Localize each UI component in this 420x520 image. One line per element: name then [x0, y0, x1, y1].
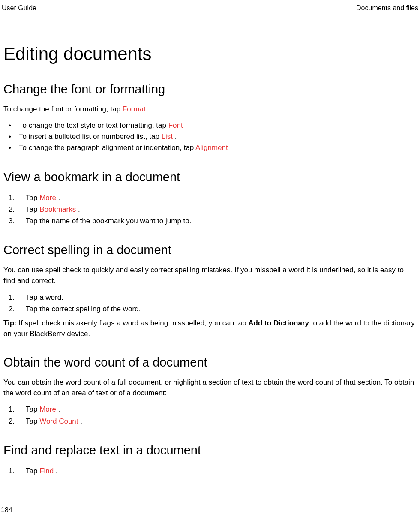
item-text-after: .	[78, 417, 82, 425]
intro-text-before: To change the font or formatting, tap	[3, 105, 123, 113]
tip-paragraph: Tip: If spell check mistakenly flags a w…	[3, 318, 417, 339]
section-heading-find-replace: Find and replace text in a document	[3, 443, 417, 457]
list-item: To insert a bulleted list or numbered li…	[7, 131, 417, 142]
item-text-before: Tap	[26, 405, 39, 413]
list-item: Tap the name of the bookmark you want to…	[9, 215, 417, 227]
numbered-list-word-count: Tap More . Tap Word Count .	[3, 403, 417, 427]
numbered-list-find-replace: Tap Find .	[3, 465, 417, 477]
list-item: To change the paragraph alignment or ind…	[7, 142, 417, 153]
item-text-after: .	[228, 144, 232, 152]
section-heading-change-font: Change the font or formatting	[3, 82, 417, 96]
numbered-list-correct-spelling: Tap a word. Tap the correct spelling of …	[3, 292, 417, 315]
list-item: Tap a word.	[9, 292, 417, 303]
list-item: Tap More .	[9, 403, 417, 415]
word-count-link[interactable]: Word Count	[39, 417, 78, 425]
more-link[interactable]: More	[39, 194, 56, 202]
intro-change-font: To change the font or formatting, tap Fo…	[3, 104, 417, 115]
tip-text-before: If spell check mistakenly flags a word a…	[19, 319, 249, 327]
item-text-after: .	[54, 467, 57, 475]
item-text-after: .	[56, 405, 60, 413]
section-heading-view-bookmark: View a bookmark in a document	[3, 170, 417, 184]
item-text-before: Tap	[26, 205, 39, 213]
tip-label: Tip:	[3, 319, 19, 327]
section-heading-correct-spelling: Correct spelling in a document	[3, 243, 417, 257]
item-text-before: Tap	[26, 194, 39, 202]
font-link[interactable]: Font	[168, 121, 183, 129]
list-link[interactable]: List	[162, 132, 173, 141]
page-header: User Guide Documents and files	[0, 0, 420, 12]
header-left: User Guide	[2, 4, 36, 12]
item-text: Tap the name of the bookmark you want to…	[26, 217, 192, 225]
page-number: 184	[1, 506, 12, 514]
bookmarks-link[interactable]: Bookmarks	[39, 205, 76, 213]
page-content: Editing documents Change the font or for…	[0, 44, 420, 477]
section-heading-word-count: Obtain the word count of a document	[3, 355, 417, 370]
intro-word-count: You can obtain the word count of a full …	[3, 377, 417, 398]
list-item: To change the text style or text formatt…	[7, 120, 417, 131]
intro-text-after: .	[146, 105, 150, 113]
item-text-before: To change the text style or text formatt…	[19, 121, 168, 129]
item-text-after: .	[183, 121, 187, 129]
item-text-before: Tap	[26, 417, 39, 425]
item-text-before: To insert a bulleted list or numbered li…	[19, 132, 162, 141]
bullet-list-change-font: To change the text style or text formatt…	[3, 120, 417, 154]
list-item: Tap the correct spelling of the word.	[9, 303, 417, 315]
header-right: Documents and files	[356, 4, 418, 12]
page-title: Editing documents	[3, 44, 417, 64]
intro-correct-spelling: You can use spell check to quickly and e…	[3, 265, 417, 286]
find-link[interactable]: Find	[39, 467, 54, 475]
list-item: Tap Bookmarks .	[9, 204, 417, 215]
numbered-list-view-bookmark: Tap More . Tap Bookmarks . Tap the name …	[3, 192, 417, 227]
item-text-after: .	[173, 132, 177, 141]
list-item: Tap Find .	[9, 465, 417, 477]
list-item: Tap More .	[9, 192, 417, 204]
add-to-dictionary-label: Add to Dictionary	[248, 319, 309, 327]
item-text-after: .	[56, 194, 60, 202]
intro-format-link[interactable]: Format	[123, 105, 146, 113]
item-text-after: .	[76, 205, 80, 213]
more-link[interactable]: More	[39, 405, 56, 413]
item-text: Tap the correct spelling of the word.	[26, 305, 141, 313]
item-text: Tap a word.	[26, 293, 63, 301]
item-text-before: Tap	[26, 467, 39, 475]
item-text-before: To change the paragraph alignment or ind…	[19, 144, 195, 152]
alignment-link[interactable]: Alignment	[195, 144, 228, 152]
list-item: Tap Word Count .	[9, 415, 417, 427]
